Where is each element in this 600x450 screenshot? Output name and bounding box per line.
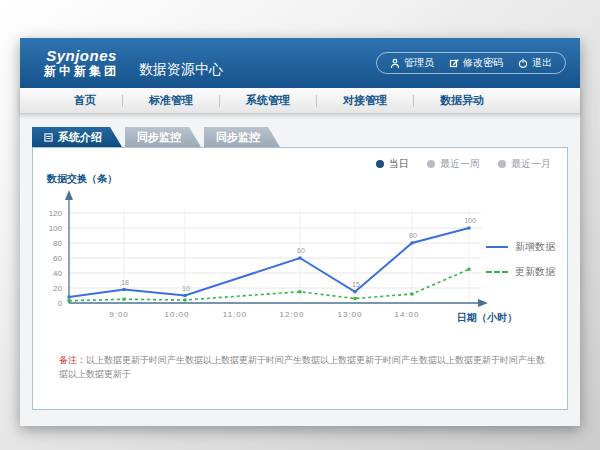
logo-text-en: Synjones <box>46 48 117 65</box>
y-tick-label: 20 <box>53 284 62 293</box>
data-point <box>299 290 302 293</box>
app-header: Synjones 新中新集团 数据资源中心 管理员修改密码退出 <box>20 38 580 88</box>
value-label: 18 <box>121 279 129 286</box>
time-range-filter: 当日最近一周最近一月 <box>376 157 551 171</box>
form-icon <box>44 133 53 142</box>
tab-label: 同步监控 <box>137 130 181 145</box>
data-point <box>184 299 187 302</box>
series-line-2 <box>69 269 469 301</box>
page-title: 数据资源中心 <box>139 61 223 79</box>
y-axis-arrow <box>65 190 73 200</box>
logo-text-cn: 新中新集团 <box>44 65 119 78</box>
radio-label: 最近一周 <box>440 157 480 171</box>
chart-legend: 新增数据更新数据 <box>486 240 555 279</box>
value-label: 15 <box>352 281 360 288</box>
y-tick-label: 60 <box>53 254 62 263</box>
value-label: 60 <box>297 247 305 254</box>
nav-item-5[interactable]: 数据异动 <box>414 93 510 108</box>
radio-option-2[interactable]: 最近一周 <box>427 157 480 171</box>
user-toolbar: 管理员修改密码退出 <box>376 52 566 74</box>
value-label: 100 <box>464 217 476 224</box>
user-action-edit[interactable]: 修改密码 <box>449 56 503 70</box>
data-point <box>468 227 471 230</box>
data-point <box>354 290 357 293</box>
company-logo: Synjones 新中新集团 <box>44 48 119 78</box>
y-tick-label: 80 <box>53 239 62 248</box>
value-label: 80 <box>409 232 417 239</box>
user-action-label: 管理员 <box>404 56 434 70</box>
y-tick-label: 120 <box>49 209 63 218</box>
user-action-label: 退出 <box>532 56 552 70</box>
tab-bar: 系统介绍同步监控同步监控 <box>32 127 580 147</box>
data-point <box>299 257 302 260</box>
user-action-user[interactable]: 管理员 <box>390 56 434 70</box>
data-point <box>468 268 471 271</box>
edit-icon <box>449 58 459 68</box>
user-action-logout[interactable]: 退出 <box>518 56 552 70</box>
legend-label: 更新数据 <box>515 265 555 279</box>
data-point <box>68 299 71 302</box>
data-point <box>123 298 126 301</box>
content-area: 系统介绍同步监控同步监控 当日最近一周最近一月 数据交换（条） 02040608… <box>20 114 580 426</box>
data-point <box>411 242 414 245</box>
legend-label: 新增数据 <box>515 240 555 254</box>
line-chart: 0204060801001209:0010:0011:0012:0013:001… <box>33 175 503 327</box>
nav-item-1[interactable]: 首页 <box>48 93 122 108</box>
x-tick-label: 13:00 <box>337 310 362 319</box>
x-axis-title: 日期（小时） <box>457 311 517 325</box>
data-point <box>184 294 187 297</box>
radio-dot <box>376 160 384 168</box>
legend-item-2[interactable]: 更新数据 <box>486 265 555 279</box>
y-tick-label: 0 <box>58 299 63 308</box>
data-point <box>123 288 126 291</box>
user-action-label: 修改密码 <box>463 56 503 70</box>
nav-item-4[interactable]: 对接管理 <box>317 93 413 108</box>
data-point <box>68 296 71 299</box>
radio-label: 当日 <box>389 157 409 171</box>
legend-item-1[interactable]: 新增数据 <box>486 240 555 254</box>
x-tick-label: 10:00 <box>164 310 189 319</box>
footnote-text: 以上数据更新于时间产生数据以上数据更新于时间产生数据以上数据更新于时间产生数据以… <box>59 355 545 379</box>
nav-item-3[interactable]: 系统管理 <box>220 93 316 108</box>
tab-3[interactable]: 同步监控 <box>204 127 280 147</box>
tab-2[interactable]: 同步监控 <box>125 127 201 147</box>
radio-dot <box>427 160 435 168</box>
user-icon <box>390 58 400 68</box>
footnote-prefix: 备注： <box>59 355 86 365</box>
data-point <box>411 293 414 296</box>
value-label: 10 <box>182 285 190 292</box>
radio-label: 最近一月 <box>511 157 551 171</box>
nav-item-2[interactable]: 标准管理 <box>123 93 219 108</box>
tab-1[interactable]: 系统介绍 <box>32 127 122 147</box>
logout-icon <box>518 58 528 68</box>
x-tick-label: 9:00 <box>109 310 129 319</box>
radio-option-3[interactable]: 最近一月 <box>498 157 551 171</box>
data-point <box>354 297 357 300</box>
x-tick-label: 14:00 <box>394 310 419 319</box>
y-tick-label: 40 <box>53 269 62 278</box>
tab-label: 同步监控 <box>216 130 260 145</box>
chart-panel: 当日最近一周最近一月 数据交换（条） 0204060801001209:0010… <box>32 147 568 410</box>
footnote: 备注：以上数据更新于时间产生数据以上数据更新于时间产生数据以上数据更新于时间产生… <box>59 354 545 381</box>
radio-option-1[interactable]: 当日 <box>376 157 409 171</box>
x-axis-arrow <box>478 299 488 307</box>
app-window: Synjones 新中新集团 数据资源中心 管理员修改密码退出 首页标准管理系统… <box>20 38 580 426</box>
y-tick-label: 100 <box>49 224 63 233</box>
legend-swatch <box>486 246 508 248</box>
x-tick-label: 12:00 <box>279 310 304 319</box>
x-tick-label: 11:00 <box>223 310 247 319</box>
main-nav: 首页标准管理系统管理对接管理数据异动 <box>20 88 580 114</box>
tab-label: 系统介绍 <box>58 130 102 145</box>
radio-dot <box>498 160 506 168</box>
legend-swatch <box>486 271 508 273</box>
